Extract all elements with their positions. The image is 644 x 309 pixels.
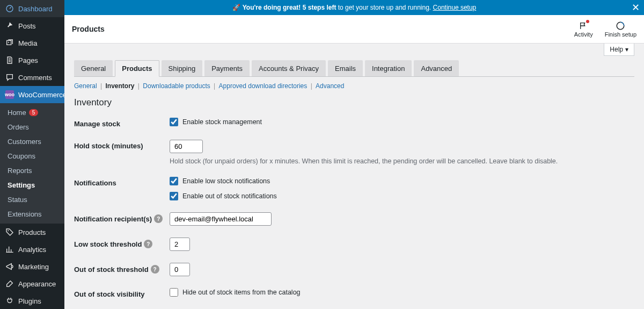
manage-stock-checkbox[interactable]: [170, 118, 178, 126]
sidebar-item-label: Comments: [18, 74, 52, 82]
sidebar-item-label: Marketing: [18, 263, 49, 271]
manage-stock-text: Enable stock management: [182, 118, 262, 126]
submenu-item-extensions[interactable]: Extensions: [0, 207, 64, 221]
page-title: Products: [72, 25, 105, 33]
submenu-item-home[interactable]: Home5: [0, 105, 64, 120]
progress-icon: [615, 20, 626, 31]
subtab-downloadable-products[interactable]: Downloadable products: [143, 82, 210, 90]
sidebar-item-label: Pages: [18, 56, 38, 64]
sidebar-item-label: Appearance: [18, 280, 56, 288]
subtab-general[interactable]: General: [74, 82, 97, 90]
tab-integration[interactable]: Integration: [365, 60, 412, 76]
sidebar-item-pages[interactable]: Pages: [0, 52, 64, 69]
plug-icon: [5, 297, 14, 305]
svg-point-2: [8, 230, 9, 231]
sidebar-item-comments[interactable]: Comments: [0, 69, 64, 86]
sidebar-item-plugins[interactable]: Plugins: [0, 292, 64, 309]
hold-stock-input[interactable]: [170, 140, 203, 153]
banner-emoji: 🚀: [232, 4, 240, 11]
subtab-inventory[interactable]: Inventory: [106, 82, 135, 90]
low-stock-notif-checkbox[interactable]: [170, 177, 178, 185]
admin-sidebar: DashboardPostsMediaPagesCommentswooWooCo…: [0, 0, 64, 309]
setup-banner: 🚀 You're doing great! 5 steps left to ge…: [64, 0, 644, 15]
chart-icon: [5, 245, 14, 254]
hold-stock-label: Hold stock (minutes): [74, 140, 170, 150]
low-threshold-input[interactable]: [170, 238, 190, 251]
settings-tabs: GeneralProductsShippingPaymentsAccounts …: [74, 60, 634, 76]
low-stock-notif-text: Enable low stock notifications: [182, 177, 270, 185]
submenu-item-orders[interactable]: Orders: [0, 120, 64, 134]
help-tab[interactable]: Help ▾: [604, 44, 634, 56]
help-icon[interactable]: ?: [151, 265, 159, 274]
submenu-item-coupons[interactable]: Coupons: [0, 149, 64, 163]
oos-threshold-input[interactable]: [170, 263, 190, 276]
manage-stock-label: Manage stock: [74, 118, 170, 128]
mega-icon: [5, 262, 14, 271]
sidebar-item-label: Plugins: [18, 297, 41, 305]
flag-icon: [578, 20, 589, 31]
submenu-item-status[interactable]: Status: [0, 192, 64, 207]
hold-stock-description: Hold stock (for unpaid orders) for x min…: [170, 157, 634, 165]
sidebar-item-media[interactable]: Media: [0, 34, 64, 52]
subtab-advanced[interactable]: Advanced: [316, 82, 344, 90]
tab-payments[interactable]: Payments: [204, 60, 250, 76]
finish-setup-button[interactable]: Finish setup: [605, 20, 636, 38]
submenu-item-customers[interactable]: Customers: [0, 134, 64, 149]
tab-advanced[interactable]: Advanced: [414, 60, 459, 76]
sidebar-item-label: Dashboard: [18, 5, 53, 13]
sidebar-item-label: Posts: [18, 22, 36, 30]
oos-visibility-text: Hide out of stock items from the catalog: [182, 289, 301, 296]
pin-icon: [5, 21, 14, 30]
sidebar-item-marketing[interactable]: Marketing: [0, 258, 64, 275]
dashboard-icon: [5, 4, 14, 13]
recipient-label: Notification recipient(s) ?: [74, 212, 170, 223]
continue-setup-link[interactable]: Continue setup: [433, 4, 477, 11]
tab-general[interactable]: General: [74, 60, 113, 76]
media-icon: [5, 39, 14, 47]
sidebar-item-products[interactable]: Products: [0, 224, 64, 241]
sidebar-item-posts[interactable]: Posts: [0, 17, 64, 34]
tab-emails[interactable]: Emails: [328, 60, 363, 76]
main-area: 🚀 You're doing great! 5 steps left to ge…: [64, 0, 644, 309]
oos-visibility-label: Out of stock visibility: [74, 288, 170, 298]
tab-shipping[interactable]: Shipping: [162, 60, 203, 76]
activity-button[interactable]: Activity: [574, 20, 593, 38]
badge: 5: [29, 109, 39, 116]
tab-products[interactable]: Products: [115, 60, 159, 77]
notifications-label: Notifications: [74, 177, 170, 187]
tab-accounts-privacy[interactable]: Accounts & Privacy: [252, 60, 326, 76]
banner-text: You're doing great! 5 steps left to get …: [243, 4, 477, 11]
page-icon: [5, 56, 14, 64]
woo-icon: woo: [5, 90, 14, 99]
sidebar-item-label: Products: [18, 228, 46, 236]
recipient-input[interactable]: [170, 212, 272, 226]
oos-threshold-label: Out of stock threshold ?: [74, 263, 170, 274]
help-icon[interactable]: ?: [144, 240, 152, 248]
sidebar-item-woocommerce[interactable]: wooWooCommerce: [0, 86, 64, 103]
submenu-item-reports[interactable]: Reports: [0, 163, 64, 178]
subtab-approved-download-directories[interactable]: Approved download directories: [219, 82, 308, 90]
sidebar-item-analytics[interactable]: Analytics: [0, 241, 64, 258]
sidebar-item-dashboard[interactable]: Dashboard: [0, 0, 64, 17]
submenu-woocommerce: Home5OrdersCustomersCouponsReportsSettin…: [0, 103, 64, 224]
section-title: Inventory: [74, 97, 634, 108]
settings-subtabs: General | Inventory | Downloadable produ…: [74, 82, 634, 90]
sidebar-item-label: Media: [18, 39, 37, 47]
oos-notif-text: Enable out of stock notifications: [182, 192, 277, 200]
sidebar-item-label: WooCommerce: [18, 91, 64, 99]
submenu-item-settings[interactable]: Settings: [0, 178, 64, 192]
low-threshold-label: Low stock threshold ?: [74, 238, 170, 248]
svg-point-1: [8, 42, 9, 43]
help-icon[interactable]: ?: [154, 214, 163, 223]
oos-notif-checkbox[interactable]: [170, 192, 178, 200]
comment-icon: [5, 73, 14, 82]
chevron-down-icon: ▾: [625, 46, 628, 53]
oos-visibility-checkbox[interactable]: [170, 288, 178, 297]
brush-icon: [5, 279, 14, 288]
sidebar-item-appearance[interactable]: Appearance: [0, 275, 64, 292]
close-icon[interactable]: ✕: [632, 2, 640, 13]
sidebar-item-label: Analytics: [18, 246, 46, 254]
tag-icon: [5, 228, 14, 236]
topbar: Products Activity Finish setup: [64, 15, 644, 44]
